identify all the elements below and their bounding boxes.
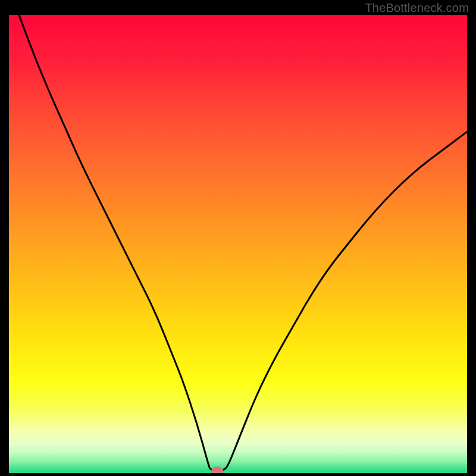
chart-background (9, 15, 467, 473)
chart-frame (9, 15, 467, 473)
watermark-text: TheBottleneck.com (365, 1, 469, 15)
bottleneck-chart (9, 15, 467, 473)
